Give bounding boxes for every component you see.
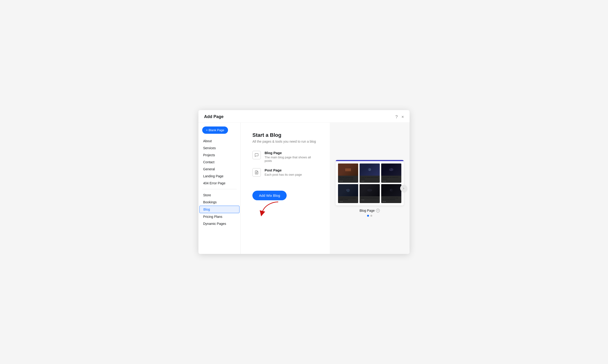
sidebar-item-pricing-plans[interactable]: Pricing Plans <box>199 213 239 220</box>
svg-point-10 <box>389 168 393 171</box>
sidebar-group-2: Store Bookings Blog Pricing Plans Dynami… <box>198 192 240 227</box>
svg-point-11 <box>390 169 391 170</box>
preview-label-text: Blog Page <box>359 209 375 212</box>
svg-point-12 <box>392 169 393 170</box>
blog-page-text: Blog Page The main blog page that shows … <box>265 151 318 163</box>
modal-header-actions: ? × <box>395 115 404 119</box>
preview-card-img-4 <box>338 184 358 196</box>
sidebar-top: + Blank Page <box>198 127 240 138</box>
content-title: Start a Blog <box>252 132 318 138</box>
blog-page-option: Blog Page The main blog page that shows … <box>252 151 318 163</box>
preview-card-meta-5: ♡ 0 □ 0 <box>361 199 379 200</box>
preview-card-6: 12 yummy breakfasts that are secretly de… <box>381 184 401 203</box>
blog-page-desc: The main blog page that shows all posts <box>265 156 318 163</box>
blog-page-icon <box>252 151 261 159</box>
sidebar: + Blank Page About Services Projects Con… <box>198 123 241 254</box>
sidebar-item-general[interactable]: General <box>199 166 239 173</box>
post-page-icon <box>252 168 261 177</box>
modal-header: Add Page ? × <box>198 110 410 123</box>
preview-card-meta-2: ♡ 0 □ 0 <box>361 181 379 182</box>
preview-card-meta-3: ♡ 0 □ 0 <box>382 181 400 182</box>
sidebar-item-contact[interactable]: Contact <box>199 159 239 166</box>
post-page-desc: Each post has its own page <box>265 173 302 176</box>
preview-card-5: Quick & easy fried plantains ♡ 0 □ 0 <box>359 184 380 203</box>
sidebar-item-landing-page[interactable]: Landing Page <box>199 173 239 180</box>
main-content: Start a Blog All the pages & tools you n… <box>241 123 330 254</box>
preview-card-meta-1: ♡ 0 □ 0 <box>339 181 357 182</box>
add-wix-blog-button[interactable]: Add Wix Blog <box>252 191 287 200</box>
sidebar-item-about[interactable]: About <box>199 138 239 144</box>
sidebar-group-1: About Services Projects Contact General … <box>198 138 240 187</box>
sidebar-item-bookings[interactable]: Bookings <box>199 199 239 206</box>
preview-grid: The only cinnamon tea recipe you'll ever… <box>336 161 404 205</box>
blank-page-button[interactable]: + Blank Page <box>202 127 228 134</box>
preview-card-img-5 <box>359 184 380 196</box>
svg-point-15 <box>348 189 350 190</box>
sidebar-item-store[interactable]: Store <box>199 192 239 199</box>
preview-label: Blog Page i <box>359 209 380 212</box>
post-page-option: Post Page Each post has its own page <box>252 168 318 177</box>
preview-card-1: The only cinnamon tea recipe you'll ever… <box>338 164 358 182</box>
sidebar-item-blog[interactable]: Blog <box>199 206 239 213</box>
preview-card-2: 5 tips for taking tasty recipe photos ♡ … <box>359 164 380 182</box>
svg-point-19 <box>390 189 391 191</box>
post-page-name: Post Page <box>265 168 302 172</box>
svg-point-9 <box>368 169 370 170</box>
preview-card-title-5: Quick & easy fried plantains <box>361 197 379 199</box>
preview-dot-1[interactable] <box>367 215 369 217</box>
sidebar-divider <box>202 189 237 189</box>
preview-card-img-2 <box>359 164 380 176</box>
preview-card-content-1: The only cinnamon tea recipe you'll ever… <box>338 176 358 182</box>
blog-page-name: Blog Page <box>265 151 318 155</box>
close-icon[interactable]: × <box>401 115 404 119</box>
preview-card-title-6: 12 yummy breakfasts that are secretly de… <box>382 197 400 200</box>
preview-card-title-4: 7 breakfast bowls to inspire healthy eat… <box>339 197 357 200</box>
preview-card-content-2: 5 tips for taking tasty recipe photos ♡ … <box>359 176 380 182</box>
sidebar-item-services[interactable]: Services <box>199 144 239 152</box>
preview-card-3: Homemade ice cream in 5 minutes ♡ 0 □ 0 <box>381 164 401 182</box>
preview-card-title-1: The only cinnamon tea recipe you'll ever… <box>339 177 357 180</box>
preview-card-title-2: 5 tips for taking tasty recipe photos <box>361 177 379 180</box>
modal-title: Add Page <box>204 114 223 119</box>
info-icon[interactable]: i <box>376 209 380 212</box>
preview-dot-2[interactable] <box>370 215 372 217</box>
preview-card-content-4: 7 breakfast bowls to inspire healthy eat… <box>338 196 358 203</box>
preview-dots <box>367 215 372 217</box>
preview-next-button[interactable]: › <box>400 185 407 192</box>
preview-panel: The only cinnamon tea recipe you'll ever… <box>330 123 410 254</box>
preview-card-meta-6: ♡ 0 □ 0 <box>382 201 400 202</box>
preview-card-title-3: Homemade ice cream in 5 minutes <box>382 177 400 180</box>
preview-card-img-6 <box>381 184 401 196</box>
arrow-annotation <box>260 200 292 218</box>
preview-card-img-1 <box>338 164 358 176</box>
add-page-modal: Add Page ? × + Blank Page About Services… <box>198 110 410 254</box>
svg-point-14 <box>346 190 347 190</box>
help-icon[interactable]: ? <box>395 115 398 119</box>
preview-card-content-3: Homemade ice cream in 5 minutes ♡ 0 □ 0 <box>381 176 401 182</box>
preview-card-content-5: Quick & easy fried plantains ♡ 0 □ 0 <box>359 196 380 201</box>
preview-card-content-6: 12 yummy breakfasts that are secretly de… <box>381 196 401 203</box>
modal-body: + Blank Page About Services Projects Con… <box>198 123 410 254</box>
content-subtitle: All the pages & tools you need to run a … <box>252 140 318 143</box>
sidebar-item-404-error-page[interactable]: 404 Error Page <box>199 180 239 187</box>
preview-container: The only cinnamon tea recipe you'll ever… <box>336 160 404 205</box>
preview-card-img-3 <box>381 164 401 176</box>
post-page-text: Post Page Each post has its own page <box>265 168 302 176</box>
preview-card-4: 7 breakfast bowls to inspire healthy eat… <box>338 184 358 203</box>
preview-card-meta-4: ♡ 0 □ 0 <box>339 201 357 202</box>
svg-point-17 <box>368 190 371 191</box>
sidebar-item-projects[interactable]: Projects <box>199 152 239 159</box>
sidebar-item-dynamic-pages[interactable]: Dynamic Pages <box>199 220 239 227</box>
